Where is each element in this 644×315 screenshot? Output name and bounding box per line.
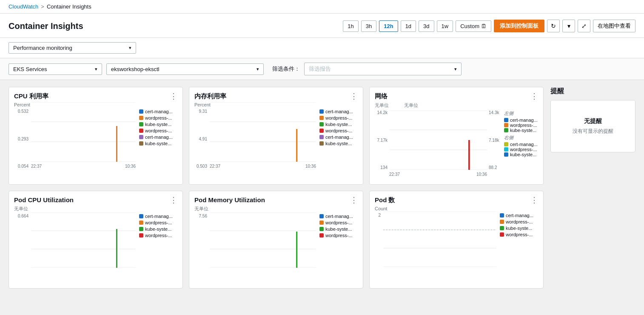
legend-label: cert-manag... bbox=[325, 214, 353, 219]
legend-color-dot bbox=[319, 109, 324, 114]
legend-label: wordpress-... bbox=[510, 147, 537, 152]
memory-chart-body: 9.31 4.91 0.503 bbox=[194, 109, 358, 169]
memory-legend: cert-manag... wordpress-... kube-syste..… bbox=[319, 109, 358, 169]
pod-count-y-top: 2 bbox=[375, 213, 381, 218]
legend-color-dot bbox=[319, 233, 324, 238]
legend-item: cert-manag... bbox=[319, 214, 358, 219]
legend-color-dot bbox=[319, 129, 324, 133]
time-custom[interactable]: Custom 🗓 bbox=[456, 20, 491, 32]
cpu-chart-svg bbox=[31, 102, 136, 162]
filter-placeholder: 筛选报告 bbox=[309, 65, 331, 73]
cloudwatch-link[interactable]: CloudWatch bbox=[9, 3, 38, 10]
legend-color-dot bbox=[139, 129, 143, 133]
cpu-chart-menu[interactable]: ⋮ bbox=[170, 92, 177, 100]
cpu-chart-title: CPU 利用率 bbox=[14, 92, 48, 100]
cluster-dropdown[interactable]: eksworkshop-eksctl ▾ bbox=[106, 63, 264, 75]
cluster-label: eksworkshop-eksctl bbox=[111, 66, 159, 72]
memory-ts-start: 22:37 bbox=[210, 164, 220, 169]
alerts-empty-sub: 没有可显示的提醒 bbox=[559, 128, 627, 135]
time-3h[interactable]: 3h bbox=[361, 20, 376, 32]
pod-memory-y-axis: 7.56 bbox=[194, 214, 207, 269]
legend-label: kube-syste... bbox=[145, 122, 171, 127]
time-1h[interactable]: 1h bbox=[343, 20, 358, 32]
legend-label: cert-manag... bbox=[510, 142, 538, 147]
net-y-left-mid: 7.17k bbox=[375, 138, 388, 143]
legend-color-dot bbox=[139, 141, 143, 146]
legend-item: kube-syste... bbox=[504, 128, 538, 133]
refresh-icon: ↻ bbox=[551, 23, 556, 29]
network-chart-menu[interactable]: ⋮ bbox=[530, 92, 538, 100]
pod-count-svg bbox=[383, 212, 496, 267]
legend-color-dot bbox=[500, 213, 504, 218]
service-type-dropdown[interactable]: EKS Services ▾ bbox=[9, 63, 102, 75]
memory-chart-menu[interactable]: ⋮ bbox=[350, 92, 358, 100]
legend-label: kube-syste... bbox=[145, 141, 171, 146]
legend-label: wordpress-... bbox=[325, 128, 353, 133]
pod-count-svg-area bbox=[383, 212, 496, 268]
legend-label: cert-manag... bbox=[510, 117, 538, 123]
breadcrumb: CloudWatch > Container Insights bbox=[0, 0, 644, 14]
legend-item: wordpress-... bbox=[139, 128, 177, 133]
memory-timestamps: 22:37 10:36 bbox=[210, 164, 316, 169]
legend-color-dot bbox=[504, 128, 508, 132]
legend-item: wordpress-... bbox=[139, 233, 177, 238]
memory-chart-title: 内存利用率 bbox=[194, 92, 226, 100]
legend-item: cert-manag... bbox=[139, 214, 177, 219]
pod-memory-svg bbox=[210, 212, 316, 268]
legend-label: cert-manag... bbox=[506, 213, 533, 218]
pod-cpu-chart-area: 0.664 bbox=[14, 214, 136, 269]
network-y-right: 14.3k 7.18k 88.2 bbox=[489, 110, 502, 170]
fullscreen-button[interactable]: ⤢ bbox=[578, 20, 590, 32]
legend-label: cert-manag... bbox=[325, 135, 353, 140]
fullscreen-icon: ⤢ bbox=[581, 23, 587, 29]
legend-color-dot bbox=[139, 227, 143, 231]
pod-count-chart-menu[interactable]: ⋮ bbox=[530, 196, 538, 204]
perf-monitoring-dropdown[interactable]: Performance monitoring ▾ bbox=[9, 42, 136, 54]
time-1d[interactable]: 1d bbox=[401, 20, 416, 32]
legend-color-dot bbox=[319, 122, 324, 126]
legend-item: wordpress-... bbox=[500, 232, 538, 237]
time-1w[interactable]: 1w bbox=[437, 20, 453, 32]
legend-label: kube-syste... bbox=[510, 152, 536, 157]
add-dashboard-button[interactable]: 添加到控制面板 bbox=[494, 20, 544, 32]
cpu-chart-area: 0.532 0.293 0.054 bbox=[14, 109, 136, 169]
time-12h[interactable]: 12h bbox=[379, 20, 398, 32]
legend-color-dot bbox=[319, 141, 324, 146]
pod-memory-chart-menu[interactable]: ⋮ bbox=[350, 196, 358, 204]
legend-label: kube-syste... bbox=[506, 226, 532, 231]
refresh-button[interactable]: ↻ bbox=[547, 20, 560, 32]
legend-side-right: 右侧 bbox=[504, 135, 538, 141]
legend-color-dot bbox=[319, 220, 324, 225]
pod-cpu-chart-body: 0.664 bbox=[14, 214, 177, 273]
legend-label: wordpress-... bbox=[325, 233, 353, 238]
dropdown-icon: ▾ bbox=[567, 23, 570, 29]
legend-item: wordpress-... bbox=[319, 115, 358, 120]
network-chart-header: 网络 ⋮ bbox=[375, 92, 538, 100]
chevron-down-icon: ▾ bbox=[129, 45, 131, 51]
legend-label: wordpress-... bbox=[510, 123, 537, 128]
breadcrumb-separator: > bbox=[41, 3, 44, 10]
cpu-y-mid: 0.293 bbox=[14, 137, 28, 141]
legend-item: cert-manag... bbox=[319, 109, 358, 114]
legend-color-dot bbox=[319, 227, 324, 231]
cpu-chart-body: 0.532 0.293 0.054 bbox=[14, 109, 177, 169]
legend-item: cert-manag... bbox=[500, 213, 538, 218]
pod-count-chart-title: Pod 数 bbox=[375, 196, 395, 204]
pod-cpu-chart-menu[interactable]: ⋮ bbox=[170, 196, 177, 204]
dropdown-button[interactable]: ▾ bbox=[562, 20, 575, 32]
memory-chart-svg bbox=[210, 102, 316, 162]
memory-y-axis: 9.31 4.91 0.503 bbox=[194, 109, 207, 169]
legend-color-dot bbox=[504, 123, 508, 127]
network-chart-svg bbox=[389, 110, 487, 170]
pod-cpu-chart-title: Pod CPU Utilization bbox=[14, 196, 74, 203]
time-3d[interactable]: 3d bbox=[419, 20, 434, 32]
legend-item: cert-manag... bbox=[139, 109, 177, 114]
cpu-chart-left: 0.532 0.293 0.054 bbox=[14, 109, 136, 169]
legend-item: kube-syste... bbox=[319, 141, 358, 146]
cpu-chart-header: CPU 利用率 ⋮ bbox=[14, 92, 177, 100]
cpu-timestamps: 22:37 10:36 bbox=[31, 164, 136, 169]
filter-report-dropdown[interactable]: 筛选报告 ▾ bbox=[304, 63, 462, 75]
view-map-button[interactable]: 在地图中查看 bbox=[593, 20, 635, 32]
pod-memory-chart-title: Pod Memory Utilization bbox=[194, 196, 265, 203]
memory-y-bot: 0.503 bbox=[194, 164, 207, 169]
